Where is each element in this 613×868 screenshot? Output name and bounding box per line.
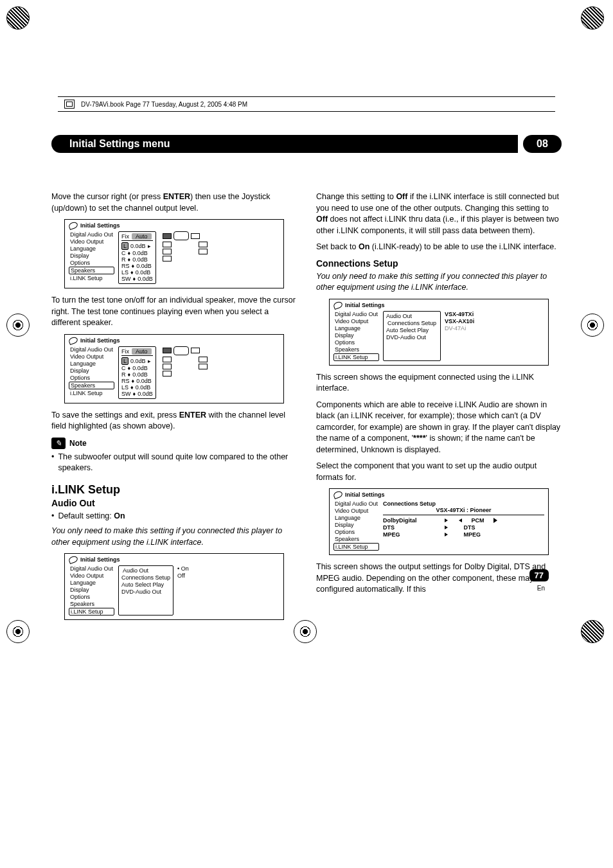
osd-screenshot-channel-level-1: Initial Settings Digital Audio Out Video…	[64, 219, 284, 288]
registration-mark	[581, 314, 607, 339]
osd-screenshot-audio-out: Initial Settings Digital Audio Out Video…	[64, 553, 284, 620]
body-text: This screen shows the output settings fo…	[316, 562, 562, 596]
osd-side-menu: Digital Audio Out Video Output Language …	[69, 565, 114, 616]
right-column: Change this setting to Off if the i.LINK…	[316, 191, 562, 626]
body-text: To save the settings and exit, press ENT…	[51, 410, 297, 432]
subsection-heading-connections-setup: Connections Setup	[316, 258, 562, 269]
chapter-number: 08	[523, 135, 562, 153]
registration-mark	[581, 6, 607, 32]
body-text: To turn the test tone on/off for an indi…	[51, 295, 297, 329]
title-bar: Initial Settings menu 08	[51, 135, 562, 153]
osd-format-panel: Connections Setup VSX-49TXi : Pioneer Do…	[383, 500, 544, 551]
osd-side-menu: Digital Audio Out Video Output Language …	[333, 500, 379, 551]
swoosh-icon	[68, 335, 79, 344]
body-text: Components which are able to receive i.L…	[316, 400, 562, 456]
osd-level-panel: FixAuto L0.0dB▸ C♦0.0dB R♦0.0dB RS♦0.0dB…	[118, 346, 156, 399]
registration-mark	[294, 620, 319, 646]
osd-submenu: Audio Out Connections Setup Auto Select …	[118, 565, 173, 616]
subsection-heading-audio-out: Audio Out	[51, 498, 297, 508]
arrow-right-icon	[445, 518, 448, 522]
swoosh-icon	[333, 300, 344, 309]
title-bar-cap	[51, 135, 64, 153]
note-icon: ✎	[51, 438, 66, 449]
left-column: Move the cursor right (or press ENTER) t…	[51, 191, 297, 626]
osd-side-menu: Digital Audio Out Video Output Language …	[69, 346, 114, 399]
page-title: Initial Settings menu	[64, 135, 518, 153]
osd-options: On Off	[177, 565, 189, 616]
italic-note: You only need to make this setting if yo…	[51, 526, 297, 548]
registration-mark	[6, 314, 32, 339]
osd-side-menu: Digital Audio Out Video Output Language …	[333, 311, 379, 361]
osd-level-panel: FixAuto L0.0dB▸ C♦0.0dB R♦0.0dB RS♦0.0dB…	[118, 231, 156, 284]
registration-mark	[6, 6, 32, 32]
registration-mark	[6, 620, 32, 646]
default-setting: • Default setting: On	[51, 511, 297, 522]
osd-device-list: VSX-49TXi VSX-AX10i DV-47Ai	[445, 311, 474, 361]
page-language: En	[537, 585, 545, 592]
note-heading: ✎ Note	[51, 438, 297, 449]
arrow-right-icon	[445, 526, 448, 529]
body-text: Change this setting to Off if the i.LINK…	[316, 191, 562, 236]
swoosh-icon	[333, 490, 344, 499]
arrow-left-icon	[459, 518, 462, 522]
body-text: Select the component that you want to se…	[316, 461, 562, 483]
speaker-layout-icon	[163, 346, 208, 399]
body-text: This screen shows the equipment connecte…	[316, 372, 562, 394]
speaker-layout-icon	[163, 231, 208, 284]
osd-screenshot-connections-list: Initial Settings Digital Audio Out Video…	[329, 299, 549, 366]
swoosh-icon	[68, 555, 79, 564]
italic-note: You only need to make this setting if yo…	[316, 271, 562, 294]
registration-mark	[581, 620, 607, 646]
swoosh-icon	[68, 221, 79, 230]
print-header-text: DV-79AVi.book Page 77 Tuesday, August 2,…	[81, 101, 247, 108]
section-heading-ilink-setup: i.LINK Setup	[51, 483, 297, 497]
osd-screenshot-channel-level-2: Initial Settings Digital Audio Out Video…	[64, 334, 284, 403]
osd-screenshot-output-formats: Initial Settings Digital Audio Out Video…	[329, 488, 549, 555]
note-bullet: • The subwoofer output will sound quite …	[51, 452, 297, 474]
body-text: Move the cursor right (or press ENTER) t…	[51, 191, 297, 214]
print-header: DV-79AVi.book Page 77 Tuesday, August 2,…	[58, 96, 555, 112]
arrow-right-icon	[445, 533, 448, 536]
body-text: Set back to On (i.LINK-ready) to be able…	[316, 242, 562, 253]
osd-side-menu: Digital Audio Out Video Output Language …	[69, 231, 114, 284]
arrow-right-icon	[493, 518, 497, 523]
page-number: 77	[529, 569, 549, 581]
book-icon	[64, 100, 75, 109]
osd-submenu: Audio Out Connections Setup Auto Select …	[383, 311, 441, 361]
